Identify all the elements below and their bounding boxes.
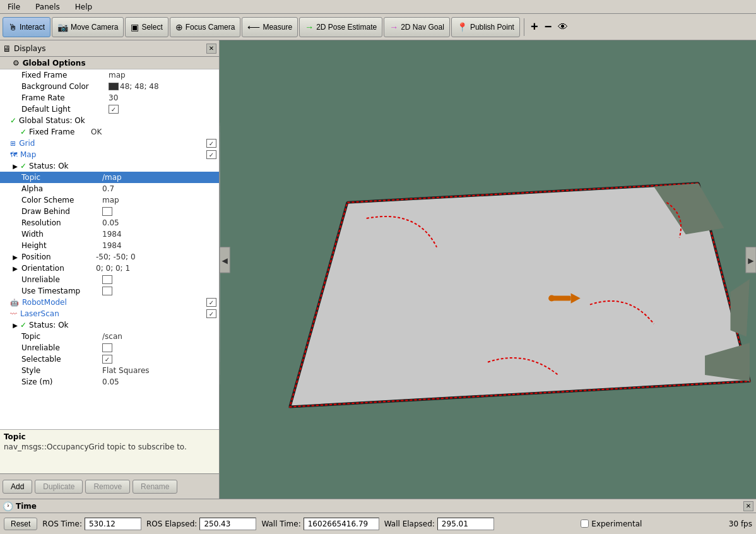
grid-label: Grid bbox=[18, 139, 206, 148]
wall-elapsed-field: Wall Elapsed: 295.01 bbox=[384, 518, 494, 530]
experimental-checkbox[interactable] bbox=[581, 519, 589, 528]
remove-button[interactable]: Remove bbox=[85, 480, 130, 494]
statusbar: Reset ROS Time: 530.12 ROS Elapsed: 250.… bbox=[0, 513, 756, 534]
viewport[interactable]: ◀ ▶ bbox=[220, 40, 756, 499]
timebar-close-button[interactable]: ✕ bbox=[743, 501, 753, 511]
selectable-checkbox[interactable] bbox=[102, 355, 112, 364]
nav-goal-button[interactable]: → 2D Nav Goal bbox=[384, 17, 450, 37]
laser-scan-label: LaserScan bbox=[19, 309, 206, 318]
unreliable-checkbox[interactable] bbox=[102, 275, 112, 284]
laser-unreliable-checkbox[interactable] bbox=[102, 343, 112, 352]
measure-button[interactable]: ⟵ Measure bbox=[242, 17, 298, 37]
use-timestamp-checkbox[interactable] bbox=[102, 287, 112, 295]
orientation-label: Orientation bbox=[20, 264, 96, 273]
background-color-swatch[interactable] bbox=[109, 83, 119, 90]
select-button[interactable]: ▣ Select bbox=[125, 17, 168, 37]
frame-rate-label: Frame Rate bbox=[20, 93, 109, 102]
fixed-frame-status-row[interactable]: ✓ Fixed Frame OK bbox=[0, 126, 219, 138]
menu-help[interactable]: Help bbox=[70, 1, 97, 13]
resolution-row[interactable]: Resolution 0.05 bbox=[0, 217, 219, 228]
selectable-row[interactable]: Selectable bbox=[0, 353, 219, 365]
add-button[interactable]: Add bbox=[3, 480, 32, 494]
use-timestamp-row[interactable]: Use Timestamp bbox=[0, 285, 219, 297]
robot-model-row[interactable]: 🤖 RobotModel bbox=[0, 297, 219, 308]
rename-button[interactable]: Rename bbox=[133, 480, 177, 494]
default-light-label: Default Light bbox=[20, 105, 109, 114]
laser-unreliable-row[interactable]: Unreliable bbox=[0, 342, 219, 353]
size-value: 0.05 bbox=[102, 377, 153, 386]
ros-elapsed-value: 250.43 bbox=[199, 518, 256, 530]
robot-model-checkbox[interactable] bbox=[206, 298, 216, 307]
global-status-row[interactable]: ✓ Global Status: Ok bbox=[0, 115, 219, 126]
unreliable-row[interactable]: Unreliable bbox=[0, 274, 219, 285]
draw-behind-label: Draw Behind bbox=[20, 207, 102, 216]
resolution-label: Resolution bbox=[20, 218, 102, 227]
panel-buttons: Add Duplicate Remove Rename bbox=[0, 473, 219, 499]
map-status-row[interactable]: ▶ ✓ Status: Ok bbox=[0, 160, 219, 172]
laser-topic-value: /scan bbox=[102, 332, 153, 341]
global-options-row[interactable]: ⚙ Global Options bbox=[0, 57, 219, 69]
move-camera-label: Move Camera bbox=[71, 23, 118, 32]
camera-options-button[interactable]: 👁 bbox=[555, 17, 570, 37]
laser-status-label: Status: Ok bbox=[28, 321, 219, 329]
wall-time-val-text: 1602665416.79 bbox=[308, 519, 368, 528]
position-row[interactable]: ▶ Position -50; -50; 0 bbox=[0, 251, 219, 263]
duplicate-button[interactable]: Duplicate bbox=[35, 480, 83, 494]
laser-scan-row[interactable]: 〰 LaserScan bbox=[0, 308, 219, 319]
gear-icon: ⚙ bbox=[13, 59, 20, 68]
menu-panels[interactable]: Panels bbox=[30, 1, 65, 13]
publish-point-button[interactable]: 📍 Publish Point bbox=[451, 17, 520, 37]
height-row[interactable]: Height 1984 bbox=[0, 240, 219, 251]
timebar-title: Time bbox=[16, 502, 37, 511]
topic-value: /map bbox=[102, 173, 153, 182]
resolution-value: 0.05 bbox=[102, 218, 153, 227]
wall-time-value: 1602665416.79 bbox=[304, 518, 379, 530]
displays-close-button[interactable]: ✕ bbox=[206, 44, 216, 54]
remove-display-button[interactable]: − bbox=[542, 17, 555, 37]
ros-elapsed-field: ROS Elapsed: 250.43 bbox=[146, 518, 256, 530]
orientation-expand[interactable]: ▶ bbox=[10, 265, 20, 272]
alpha-row[interactable]: Alpha 0.7 bbox=[0, 183, 219, 194]
fixed-frame-label: Fixed Frame bbox=[20, 71, 109, 80]
map-status-expand[interactable]: ▶ bbox=[10, 163, 20, 170]
map-row[interactable]: 🗺 Map bbox=[0, 149, 219, 160]
fixed-frame-status-icon: ✓ bbox=[20, 128, 27, 136]
menu-file[interactable]: File bbox=[3, 1, 25, 13]
topic-row[interactable]: Topic /map bbox=[0, 172, 219, 183]
fixed-frame-row[interactable]: Fixed Frame map bbox=[0, 69, 219, 81]
default-light-checkbox[interactable] bbox=[109, 105, 119, 114]
size-row[interactable]: Size (m) 0.05 bbox=[0, 376, 219, 388]
laser-scan-checkbox[interactable] bbox=[206, 309, 216, 318]
style-row[interactable]: Style Flat Squares bbox=[0, 365, 219, 376]
position-expand[interactable]: ▶ bbox=[10, 254, 20, 261]
map-checkbox[interactable] bbox=[206, 150, 216, 159]
fixed-frame-value: map bbox=[109, 71, 159, 80]
width-row[interactable]: Width 1984 bbox=[0, 228, 219, 240]
pose-estimate-button[interactable]: → 2D Pose Estimate bbox=[299, 17, 382, 37]
orientation-row[interactable]: ▶ Orientation 0; 0; 0; 1 bbox=[0, 263, 219, 274]
fixed-frame-status-value: OK bbox=[91, 128, 141, 136]
interact-button[interactable]: 🖱 Interact bbox=[3, 17, 50, 37]
ros-time-field: ROS Time: 530.12 bbox=[42, 518, 141, 530]
tree-panel[interactable]: ⚙ Global Options Fixed Frame map Backgro… bbox=[0, 57, 219, 429]
background-color-row[interactable]: Background Color 48; 48; 48 bbox=[0, 81, 219, 92]
global-status-check-icon: ✓ bbox=[10, 116, 16, 125]
add-display-button[interactable]: + bbox=[528, 17, 541, 37]
grid-checkbox[interactable] bbox=[206, 139, 216, 148]
draw-behind-row[interactable]: Draw Behind bbox=[0, 206, 219, 217]
laser-topic-row[interactable]: Topic /scan bbox=[0, 331, 219, 342]
focus-camera-button[interactable]: ⊕ Focus Camera bbox=[170, 17, 241, 37]
ros-elapsed-label: ROS Elapsed: bbox=[146, 519, 197, 528]
measure-icon: ⟵ bbox=[247, 22, 260, 32]
laser-status-row[interactable]: ▶ ✓ Status: Ok bbox=[0, 319, 219, 331]
color-scheme-row[interactable]: Color Scheme map bbox=[0, 194, 219, 206]
move-camera-button[interactable]: 📷 Move Camera bbox=[52, 17, 124, 37]
default-light-row[interactable]: Default Light bbox=[0, 104, 219, 115]
robot-model-label: RobotModel bbox=[21, 298, 206, 307]
measure-label: Measure bbox=[263, 23, 292, 32]
reset-button[interactable]: Reset bbox=[4, 518, 37, 530]
frame-rate-row[interactable]: Frame Rate 30 bbox=[0, 92, 219, 104]
laser-status-expand[interactable]: ▶ bbox=[10, 322, 20, 329]
grid-row[interactable]: ⊞ Grid bbox=[0, 138, 219, 149]
draw-behind-checkbox[interactable] bbox=[102, 207, 112, 216]
